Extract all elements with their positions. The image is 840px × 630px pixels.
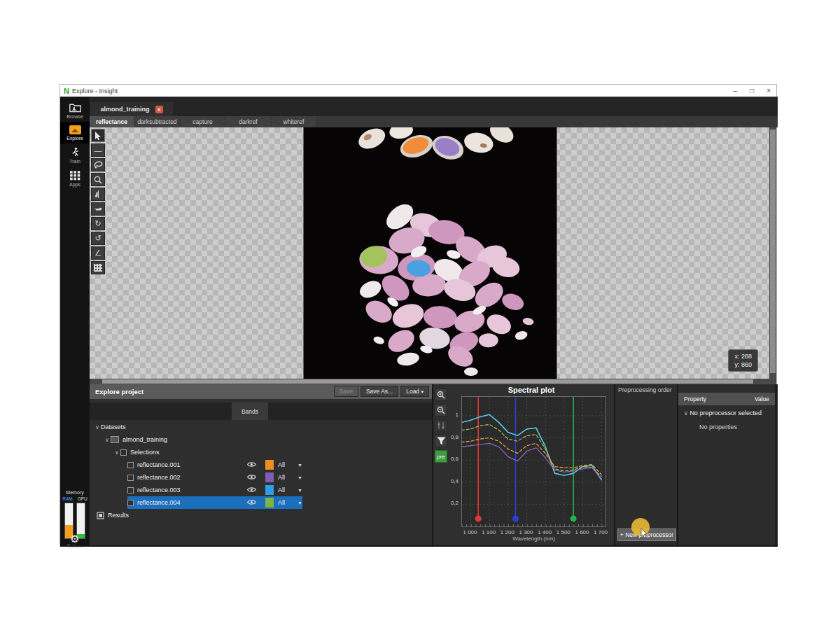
settings-sliders-icon[interactable] <box>435 419 447 432</box>
tree-node-datasets[interactable]: ∨ Datasets <box>90 421 432 433</box>
y-tick-label: 0,4 <box>443 478 458 484</box>
zoom-in-icon[interactable] <box>435 388 447 401</box>
gpu-label: GPU <box>78 496 88 501</box>
visibility-eye-icon[interactable] <box>247 474 258 482</box>
horizontal-scrollbar-thumb[interactable] <box>102 379 753 384</box>
rotate-cw-tool[interactable]: ↻ <box>91 217 105 230</box>
tree-node-results[interactable]: Results <box>90 509 432 522</box>
bands-value[interactable]: All <box>278 461 292 468</box>
close-button[interactable]: × <box>766 87 771 94</box>
image-viewer[interactable]: — ↻ ↺ ∠ x: 288 y: 860 <box>90 127 769 379</box>
hyperspectral-image[interactable] <box>303 127 557 379</box>
tab-darkref[interactable]: darkref <box>226 116 270 127</box>
tab-almond-training[interactable]: almond_training × <box>90 102 173 116</box>
sidebar-item-explore[interactable]: Explore <box>60 122 90 144</box>
visibility-eye-icon[interactable] <box>247 461 258 469</box>
checkbox[interactable] <box>127 487 134 493</box>
pointer-tool[interactable] <box>91 129 105 142</box>
tree-node-dataset[interactable]: ∨ almond_training <box>90 433 432 446</box>
visibility-eye-icon[interactable] <box>247 486 258 494</box>
bands-value[interactable]: All <box>278 499 292 506</box>
tab-darksubtracted[interactable]: darksubtracted <box>135 116 179 127</box>
selection-name: reflectance.002 <box>137 474 181 481</box>
panel-title: Explore project <box>95 388 144 396</box>
cursor-coordinates: x: 288 y: 860 <box>728 349 758 372</box>
tree-node-label: almond_training <box>122 436 167 443</box>
checkbox[interactable] <box>120 449 127 456</box>
horizontal-scrollbar[interactable] <box>90 379 776 384</box>
no-preprocessor-label: No preprocessor selected <box>690 410 762 416</box>
checkbox[interactable] <box>127 475 134 481</box>
table-row[interactable]: reflectance.002All▼ <box>90 471 432 484</box>
line-tool[interactable]: — <box>91 144 105 157</box>
chevron-down-icon[interactable]: ▼ <box>298 488 302 493</box>
table-row[interactable]: reflectance.004All▼ <box>90 496 432 509</box>
chevron-down-icon[interactable]: ∨ <box>104 437 111 443</box>
chevron-down-icon: ∨ <box>684 410 688 416</box>
selection-color-swatch[interactable] <box>265 460 274 470</box>
sidebar-item-label: Explore <box>66 136 83 141</box>
app-logo-icon: N <box>64 87 69 95</box>
folder-icon <box>69 102 81 113</box>
visibility-eye-icon[interactable] <box>247 499 258 507</box>
spectral-plot-area[interactable] <box>461 396 606 527</box>
dataset-icon <box>111 436 119 443</box>
load-button-label: Load <box>406 388 419 395</box>
bands-value[interactable]: All <box>278 474 292 481</box>
selection-color-swatch[interactable] <box>265 472 274 482</box>
vertical-scrollbar[interactable] <box>769 127 776 379</box>
chevron-down-icon[interactable]: ▼ <box>298 500 302 505</box>
selection-color-swatch[interactable] <box>265 485 274 495</box>
tree-node-label: Selections <box>130 449 160 456</box>
bands-grid-tool[interactable] <box>91 261 105 274</box>
ram-label: RAM <box>62 496 72 501</box>
tree-node-selections[interactable]: ∨ Selections <box>90 446 432 458</box>
sidebar-item-label: Train <box>69 159 80 164</box>
rotate-ccw-tool[interactable]: ↺ <box>91 232 105 245</box>
checkbox[interactable] <box>127 462 134 468</box>
selection-name: reflectance.004 <box>137 499 181 506</box>
spectral-toolbar: pre <box>435 388 449 465</box>
y-tick-label: 0,2 <box>443 500 458 506</box>
save-as-button[interactable]: Save As... <box>360 386 398 397</box>
chevron-down-icon[interactable]: ∨ <box>113 449 120 456</box>
memory-section: Memory RAM GPU <box>60 490 90 539</box>
chevron-down-icon[interactable]: ▼ <box>298 475 302 480</box>
bands-value[interactable]: All <box>278 486 292 493</box>
save-button[interactable]: Save <box>334 386 358 397</box>
explore-project-panel: Explore project Save Save As... Load ▾ B… <box>90 384 433 545</box>
flip-vertical-tool[interactable] <box>91 188 105 201</box>
angle-tool[interactable]: ∠ <box>91 246 105 260</box>
document-tab-strip: almond_training × <box>90 97 778 116</box>
lasso-tool[interactable] <box>91 158 105 172</box>
checkbox[interactable] <box>127 500 134 506</box>
tab-label: almond_training <box>100 106 149 113</box>
memory-label: Memory <box>60 490 90 495</box>
selection-color-swatch[interactable] <box>265 498 274 507</box>
viewer-toolbar: — ↻ ↺ ∠ <box>91 129 106 276</box>
vertical-scrollbar-thumb[interactable] <box>770 130 776 373</box>
value-column-header: Value <box>755 396 769 402</box>
mouse-cursor-icon <box>640 528 648 538</box>
tab-close-icon[interactable]: × <box>155 106 163 113</box>
chevron-down-icon[interactable]: ∨ <box>94 424 101 430</box>
zoom-tool[interactable] <box>91 173 105 186</box>
table-row[interactable]: reflectance.003All▼ <box>90 484 432 496</box>
results-icon <box>97 512 104 519</box>
tab-capture[interactable]: capture <box>181 116 225 127</box>
chevron-down-icon[interactable]: ▼ <box>298 463 302 468</box>
tab-whiteref[interactable]: whiteref <box>272 116 316 127</box>
flip-horizontal-tool[interactable] <box>91 202 105 216</box>
sidebar-item-browse[interactable]: Browse <box>60 97 90 122</box>
maximize-button[interactable]: □ <box>750 87 754 94</box>
sidebar-item-apps[interactable]: Apps <box>60 167 90 190</box>
title-bar: N Explore - Insight – □ × <box>60 85 776 97</box>
panel-title: Preprocessing order <box>618 386 672 393</box>
table-row[interactable]: reflectance.001All▼ <box>90 458 432 471</box>
tab-reflectance[interactable]: reflectance <box>90 116 134 127</box>
load-button[interactable]: Load ▾ <box>400 386 429 397</box>
bands-column-header[interactable]: Bands <box>232 402 268 420</box>
minimize-button[interactable]: – <box>734 87 738 94</box>
spectral-plot-title: Spectral plot <box>454 386 608 394</box>
sidebar-item-train[interactable]: Train <box>60 144 90 167</box>
